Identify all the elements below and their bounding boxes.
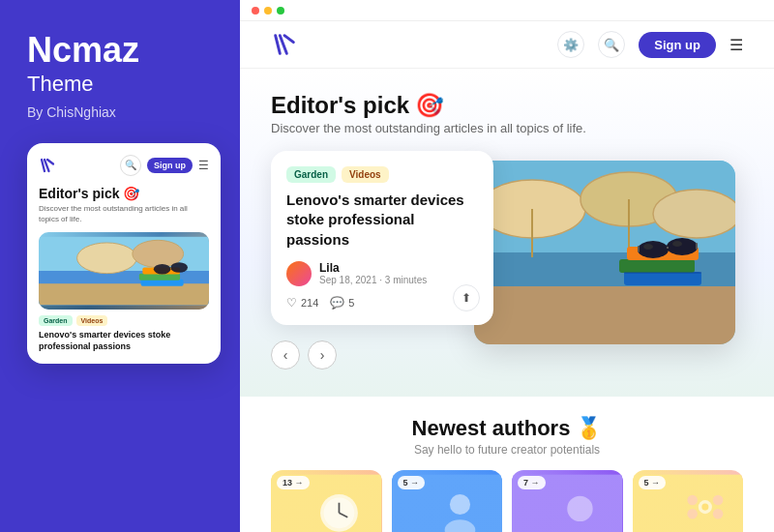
newest-authors-title: Newest authors 🥇 <box>271 416 743 441</box>
svg-point-40 <box>567 495 592 520</box>
author-name: Lila <box>319 261 427 275</box>
author-avatar <box>286 261 312 286</box>
editors-pick-header: Editor's pick 🎯 Discover the most outsta… <box>271 92 743 135</box>
comments-count: 5 <box>348 297 354 309</box>
svg-point-45 <box>687 509 698 519</box>
svg-point-37 <box>449 494 469 515</box>
svg-point-44 <box>712 495 723 506</box>
author-card-4[interactable]: 5 → <box>633 470 744 532</box>
theme-toggle-button[interactable]: ⚙️ <box>557 31 584 58</box>
phone-tag-garden: Garden <box>39 315 73 326</box>
comments-stat: 💬 5 <box>330 296 354 310</box>
authors-grid: 13 → <box>271 470 743 532</box>
svg-rect-23 <box>624 272 701 274</box>
newest-authors-header: Newest authors 🥇 Say hello to future cre… <box>271 416 743 457</box>
share-button[interactable]: ⬆ <box>453 284 480 311</box>
sidebar-by: By ChisNghiax <box>27 104 213 120</box>
author-card-2[interactable]: 5 → <box>392 470 503 532</box>
phone-logo <box>39 157 56 174</box>
svg-point-30 <box>672 241 682 247</box>
article-stats: ♡ 214 💬 5 <box>286 296 478 310</box>
phone-article-title: Lenovo's smarter devices stoke professio… <box>39 330 209 352</box>
author-badge-3: 7 → <box>518 476 546 489</box>
svg-point-24 <box>638 241 669 258</box>
article-author-row: Lila Sep 18, 2021 · 3 minutes <box>286 261 478 286</box>
svg-point-29 <box>643 244 653 250</box>
author-badge-4: 5 → <box>639 476 667 489</box>
browser-dot-yellow[interactable] <box>264 7 272 15</box>
phone-tag-videos: Videos <box>76 315 108 326</box>
top-nav: ⚙️ 🔍 Sign up ☰ <box>240 21 774 69</box>
prev-arrow-button[interactable]: ‹ <box>271 340 300 369</box>
main-content: ⚙️ 🔍 Sign up ☰ Editor's pick 🎯 Discover … <box>240 0 774 532</box>
tag-garden: Garden <box>286 166 336 183</box>
phone-hero-image <box>39 232 209 310</box>
author-card-1[interactable]: 13 → <box>271 470 382 532</box>
svg-rect-20 <box>624 272 701 285</box>
phone-nav: 🔍 Sign up ☰ <box>39 155 209 176</box>
svg-point-8 <box>154 264 171 275</box>
editors-pick-content: Garden Videos Lenovo's smarter devices s… <box>271 151 743 369</box>
menu-button[interactable]: ☰ <box>729 36 743 54</box>
svg-rect-27 <box>638 246 640 252</box>
author-card-3[interactable]: 7 → <box>512 470 623 532</box>
hero-image <box>474 161 735 344</box>
comment-icon: 💬 <box>330 296 344 310</box>
svg-rect-28 <box>696 243 698 250</box>
browser-inner: ⚙️ 🔍 Sign up ☰ Editor's pick 🎯 Discover … <box>240 21 774 532</box>
phone-section-desc: Discover the most outstanding articles i… <box>39 203 209 224</box>
editors-pick-section: Editor's pick 🎯 Discover the most outsta… <box>240 69 774 397</box>
phone-section-title: Editor's pick 🎯 <box>39 186 209 201</box>
editors-pick-emoji: 🎯 <box>415 92 444 119</box>
phone-signup-button[interactable]: Sign up <box>147 158 193 173</box>
phone-nav-right: 🔍 Sign up ☰ <box>120 155 209 176</box>
author-badge-1: 13 → <box>277 476 310 489</box>
phone-tags: Garden Videos <box>39 315 209 326</box>
editors-pick-desc: Discover the most outstanding articles i… <box>271 121 743 135</box>
tag-videos: Videos <box>342 166 389 183</box>
svg-point-3 <box>77 243 137 274</box>
author-badge-2: 5 → <box>398 476 426 489</box>
browser-dot-red[interactable] <box>252 7 259 15</box>
browser-chrome <box>240 0 774 21</box>
svg-rect-5 <box>141 280 184 286</box>
nav-right: ⚙️ 🔍 Sign up ☰ <box>557 31 743 58</box>
svg-point-19 <box>653 190 735 238</box>
search-button[interactable]: 🔍 <box>598 31 625 58</box>
phone-menu-icon[interactable]: ☰ <box>198 159 209 172</box>
sidebar-title: Ncmaz <box>27 31 213 70</box>
svg-rect-21 <box>619 259 695 273</box>
newest-authors-section: Newest authors 🥇 Say hello to future cre… <box>240 397 774 532</box>
svg-rect-2 <box>39 283 209 305</box>
newest-authors-emoji: 🥇 <box>576 416 602 441</box>
svg-rect-6 <box>139 274 180 281</box>
article-card: Garden Videos Lenovo's smarter devices s… <box>271 151 493 325</box>
browser-dot-green[interactable] <box>277 7 284 15</box>
sidebar: Ncmaz Theme By ChisNghiax 🔍 Sign up ☰ Ed… <box>0 0 240 532</box>
newest-authors-desc: Say hello to future creator potentials <box>271 443 743 457</box>
svg-point-43 <box>687 495 698 506</box>
nav-arrows: ‹ › <box>271 340 493 369</box>
phone-card-mock: 🔍 Sign up ☰ Editor's pick 🎯 Discover the… <box>27 143 221 365</box>
heart-icon: ♡ <box>286 296 297 310</box>
editors-pick-title: Editor's pick 🎯 <box>271 92 743 119</box>
likes-stat: ♡ 214 <box>286 296 318 310</box>
phone-search-icon[interactable]: 🔍 <box>120 155 141 176</box>
svg-point-47 <box>701 503 708 510</box>
nav-logo <box>271 31 298 58</box>
next-arrow-button[interactable]: › <box>308 340 337 369</box>
svg-point-25 <box>667 238 698 255</box>
sidebar-subtitle: Theme <box>27 72 213 97</box>
article-tags: Garden Videos <box>286 166 478 183</box>
article-title: Lenovo's smarter devices stoke professio… <box>286 191 478 250</box>
svg-rect-14 <box>474 286 735 344</box>
likes-count: 214 <box>301 297 318 309</box>
author-date: Sep 18, 2021 · 3 minutes <box>319 275 427 285</box>
author-info: Lila Sep 18, 2021 · 3 minutes <box>319 261 427 285</box>
svg-point-9 <box>170 262 188 273</box>
signup-button[interactable]: Sign up <box>639 32 716 58</box>
svg-point-46 <box>712 509 723 519</box>
